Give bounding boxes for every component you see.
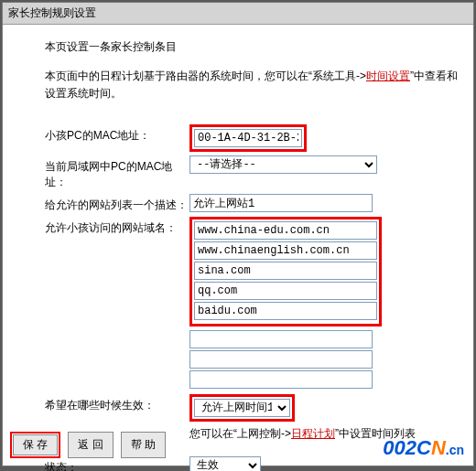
- domain-input-7[interactable]: [189, 350, 373, 369]
- time-settings-link[interactable]: 时间设置: [366, 70, 410, 82]
- help-button[interactable]: 帮 助: [121, 432, 166, 458]
- mac-input[interactable]: [194, 129, 302, 147]
- domain-input-5[interactable]: [194, 302, 377, 320]
- domain-input-1[interactable]: [194, 221, 377, 240]
- panel-content: 本页设置一条家长控制条目 本页面中的日程计划基于路由器的系统时间，您可以在“系统…: [3, 25, 473, 471]
- label-mac: 小孩PC的MAC地址：: [45, 124, 189, 144]
- highlight-mac: [189, 124, 307, 152]
- domain-input-6[interactable]: [189, 330, 373, 348]
- watermark-part1: 002C: [383, 436, 431, 459]
- desc-input[interactable]: [189, 194, 373, 212]
- label-sched: 希望在哪些时候生效：: [45, 394, 189, 413]
- highlight-domains: [189, 217, 382, 326]
- row-domain: 允许小孩访问的网站域名：: [45, 217, 466, 391]
- label-desc: 给允许的网站列表一个描述：: [45, 194, 189, 213]
- domain-input-8[interactable]: [189, 370, 373, 389]
- sched-note-a: 您可以在“上网控制->: [189, 427, 291, 440]
- intro-line-1: 本页设置一条家长控制条目: [45, 39, 466, 55]
- row-lanmac: 当前局域网中PC的MAC地址： --请选择--: [45, 155, 466, 190]
- panel-title: 家长控制规则设置: [3, 3, 473, 25]
- intro2-text-a: 本页面中的日程计划基于路由器的系统时间，您可以在“系统工具->: [45, 70, 366, 82]
- label-domain: 允许小孩访问的网站域名：: [45, 217, 189, 236]
- watermark-part2: N: [431, 436, 446, 459]
- highlight-sched: 允许上网时间1: [189, 394, 295, 422]
- extra-domain-stack: [189, 330, 466, 389]
- watermark: 002CN.cn: [383, 436, 464, 460]
- settings-panel: 家长控制规则设置 本页设置一条家长控制条目 本页面中的日程计划基于路由器的系统时…: [2, 2, 474, 466]
- highlight-save: 保 存: [10, 432, 60, 458]
- intro-line-2: 本页面中的日程计划基于路由器的系统时间，您可以在“系统工具->时间设置”中查看和…: [45, 68, 466, 102]
- schedule-plan-link[interactable]: 日程计划: [291, 427, 335, 440]
- label-lanmac: 当前局域网中PC的MAC地址：: [45, 155, 189, 190]
- status-select[interactable]: 生效: [189, 456, 261, 471]
- save-button[interactable]: 保 存: [13, 434, 58, 455]
- button-bar: 保 存 返 回 帮 助: [10, 432, 166, 458]
- sched-select[interactable]: 允许上网时间1: [194, 399, 290, 417]
- domain-input-3[interactable]: [194, 262, 377, 280]
- lanmac-select[interactable]: --请选择--: [189, 155, 377, 174]
- back-button[interactable]: 返 回: [68, 432, 113, 458]
- domain-input-2[interactable]: [194, 241, 377, 260]
- domain-input-4[interactable]: [194, 282, 377, 300]
- label-status: 状态：: [45, 456, 189, 471]
- watermark-part3: .cn: [446, 443, 464, 457]
- row-mac: 小孩PC的MAC地址：: [45, 124, 466, 152]
- row-desc: 给允许的网站列表一个描述：: [45, 194, 466, 213]
